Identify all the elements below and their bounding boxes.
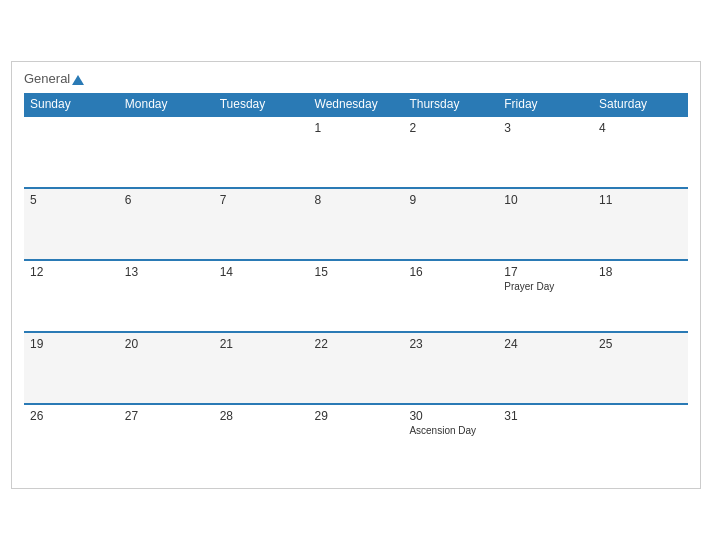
weekday-header-sunday: Sunday [24,93,119,116]
day-number: 15 [315,265,398,279]
weekday-header-wednesday: Wednesday [309,93,404,116]
day-number: 8 [315,193,398,207]
calendar-cell: 30Ascension Day [403,404,498,476]
day-number: 5 [30,193,113,207]
calendar-week-row: 2627282930Ascension Day31 [24,404,688,476]
calendar-cell: 26 [24,404,119,476]
calendar-cell: 5 [24,188,119,260]
calendar-cell: 19 [24,332,119,404]
day-number: 14 [220,265,303,279]
calendar-cell [24,116,119,188]
day-number: 12 [30,265,113,279]
calendar-cell: 2 [403,116,498,188]
day-number: 7 [220,193,303,207]
calendar-cell: 10 [498,188,593,260]
calendar-cell: 12 [24,260,119,332]
calendar-header: General [24,72,688,85]
day-number: 2 [409,121,492,135]
calendar-cell: 14 [214,260,309,332]
calendar-cell: 9 [403,188,498,260]
day-number: 4 [599,121,682,135]
day-number: 1 [315,121,398,135]
calendar-cell: 25 [593,332,688,404]
logo-general-text: General [24,72,84,85]
day-number: 16 [409,265,492,279]
day-number: 24 [504,337,587,351]
day-number: 19 [30,337,113,351]
calendar-week-row: 1234 [24,116,688,188]
day-number: 31 [504,409,587,423]
day-number: 25 [599,337,682,351]
calendar-cell: 7 [214,188,309,260]
calendar-cell: 13 [119,260,214,332]
day-number: 21 [220,337,303,351]
day-number: 30 [409,409,492,423]
calendar-cell: 11 [593,188,688,260]
logo-triangle-icon [72,75,84,85]
day-number: 26 [30,409,113,423]
day-number: 28 [220,409,303,423]
weekday-header-tuesday: Tuesday [214,93,309,116]
day-number: 11 [599,193,682,207]
day-number: 3 [504,121,587,135]
calendar-cell: 15 [309,260,404,332]
day-number: 6 [125,193,208,207]
calendar-cell [214,116,309,188]
day-number: 22 [315,337,398,351]
calendar-cell: 29 [309,404,404,476]
day-number: 29 [315,409,398,423]
logo: General [24,72,84,85]
calendar-cell: 31 [498,404,593,476]
calendar-cell: 8 [309,188,404,260]
calendar-cell: 28 [214,404,309,476]
day-number: 23 [409,337,492,351]
weekday-header-monday: Monday [119,93,214,116]
day-number: 17 [504,265,587,279]
day-number: 9 [409,193,492,207]
weekday-header-thursday: Thursday [403,93,498,116]
calendar-cell: 4 [593,116,688,188]
calendar-table: SundayMondayTuesdayWednesdayThursdayFrid… [24,93,688,476]
calendar-week-row: 121314151617Prayer Day18 [24,260,688,332]
calendar-cell [593,404,688,476]
calendar-cell: 1 [309,116,404,188]
calendar-cell: 3 [498,116,593,188]
weekday-header-friday: Friday [498,93,593,116]
calendar-cell: 16 [403,260,498,332]
calendar-cell: 24 [498,332,593,404]
day-number: 20 [125,337,208,351]
calendar-cell: 22 [309,332,404,404]
weekday-header-saturday: Saturday [593,93,688,116]
weekday-header-row: SundayMondayTuesdayWednesdayThursdayFrid… [24,93,688,116]
day-number: 10 [504,193,587,207]
day-number: 13 [125,265,208,279]
calendar-cell: 18 [593,260,688,332]
day-number: 27 [125,409,208,423]
calendar-cell: 6 [119,188,214,260]
calendar-cell: 21 [214,332,309,404]
day-event: Prayer Day [504,281,587,292]
calendar-cell: 27 [119,404,214,476]
day-event: Ascension Day [409,425,492,436]
calendar-cell: 23 [403,332,498,404]
day-number: 18 [599,265,682,279]
calendar-wrapper: General SundayMondayTuesdayWednesdayThur… [11,61,701,489]
calendar-cell [119,116,214,188]
calendar-week-row: 19202122232425 [24,332,688,404]
calendar-week-row: 567891011 [24,188,688,260]
calendar-cell: 17Prayer Day [498,260,593,332]
calendar-cell: 20 [119,332,214,404]
